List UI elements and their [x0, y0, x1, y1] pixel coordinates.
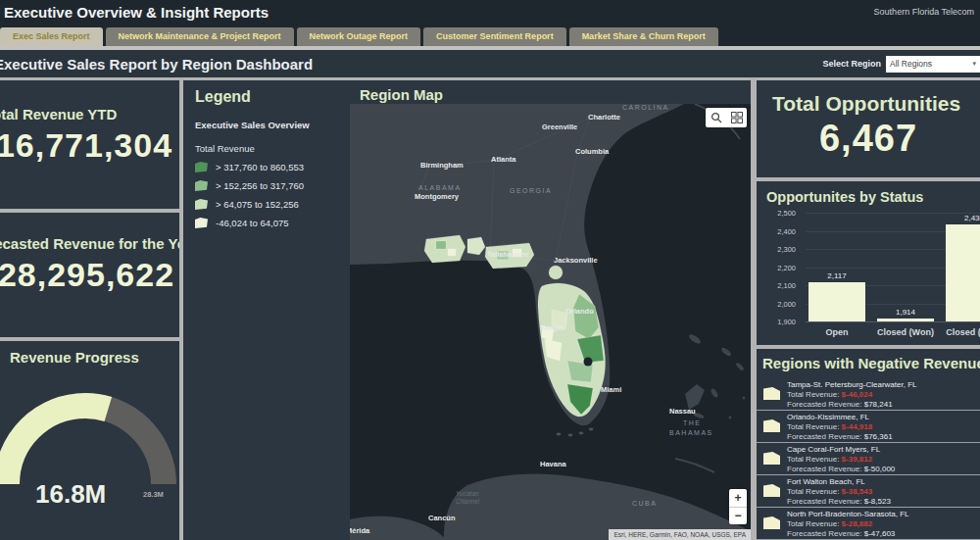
- total-revenue-line: Total Revenue: $-44,918: [787, 422, 980, 432]
- negative-revenue-text: North Port-Bradenton-Sarasota, FLTotal R…: [787, 508, 980, 539]
- search-icon[interactable]: [710, 112, 722, 123]
- bar-closed-won-[interactable]: [877, 319, 934, 321]
- legend-item: > 317,760 to 860,553: [195, 162, 358, 172]
- negative-revenue-row[interactable]: Orlando-Kissimmee, FLTotal Revenue: $-44…: [757, 411, 980, 443]
- total-opportunities-card: Total Opportunities 6,467: [757, 80, 980, 177]
- tab-bar: Exec Sales ReportNetwork Maintenance & P…: [0, 24, 980, 46]
- zoom-out-button[interactable]: −: [729, 508, 747, 525]
- total-revenue-ytd-card: Total Revenue YTD $16,771,304: [0, 80, 179, 209]
- opportunities-by-status-card: Opportunites by Status 2,5002,4002,3002,…: [757, 181, 980, 345]
- total-revenue-negative-value: $-46,024: [842, 390, 873, 399]
- forecasted-revenue-value: $-50,000: [864, 465, 896, 473]
- negative-revenue-text: Cape Coral-Fort Myers, FLTotal Revenue: …: [787, 443, 980, 474]
- legend-title: Legend: [195, 88, 358, 106]
- chevron-down-icon: ▾: [972, 60, 976, 68]
- region-map-panel: Region Map: [350, 80, 751, 540]
- map-label-city: Columbia: [575, 147, 610, 156]
- region-select-group: Select Region All Regions ▾: [822, 56, 980, 73]
- legend-items: > 317,760 to 860,553> 152,256 to 317,760…: [195, 162, 358, 228]
- forecasted-revenue-card: Forecasted Revenue for the Year $28,295,…: [0, 213, 179, 337]
- region-name: Orlando-Kissimmee, FL: [787, 413, 980, 422]
- region-shape-icon: [763, 419, 780, 432]
- map-label-city: Mérida: [350, 526, 370, 535]
- region-name: Cape Coral-Fort Myers, FL: [787, 445, 980, 455]
- negative-revenue-title: Regions with Negative Revenue: [757, 349, 980, 371]
- negative-revenue-text: Fort Walton Beach, FLTotal Revenue: $-38…: [787, 475, 980, 507]
- map-label-state: GEORGIA: [510, 187, 552, 194]
- bar-value-label: 2,436: [950, 214, 980, 222]
- y-axis-tick: 2,400: [764, 227, 796, 236]
- legend-subtitle: Executive Sales Overview: [195, 120, 358, 130]
- tab-exec-sales-report[interactable]: Exec Sales Report: [0, 27, 103, 46]
- app-title: Executive Overview & Insight Reports: [0, 4, 269, 21]
- tab-network-maintenance-project-report[interactable]: Network Maintenance & Project Report: [106, 27, 294, 46]
- legend-panel: Legend Executive Sales Overview Total Re…: [183, 80, 358, 540]
- y-axis-tick: 2,300: [764, 245, 796, 254]
- map-body: CAROLINACharlotteGreenvilleColumbiaAtlan…: [350, 104, 751, 540]
- x-axis-category-label: Open: [798, 327, 876, 337]
- region-shape-icon: [763, 452, 780, 465]
- revenue-progress-gauge: [0, 341, 179, 540]
- map-label-city: Birmingham: [420, 161, 464, 170]
- map-label-state: CAROLINA: [622, 104, 669, 111]
- map-label-water: Yucatan: [456, 490, 479, 497]
- bar-open[interactable]: [808, 282, 865, 321]
- forecasted-revenue-line: Forecasted Revenue: $-8,523: [787, 497, 980, 507]
- lake-okeechobee: [584, 358, 593, 367]
- x-axis-category-label: Closed (Lost): [935, 327, 980, 337]
- tab-network-outage-report[interactable]: Network Outage Report: [297, 27, 421, 46]
- map-label-city: Orlando: [565, 307, 594, 316]
- legend-swatch-icon: [195, 162, 208, 172]
- map-attribution-text: Esri, HERE, Garmin, FAO, NOAA, USGS, EPA: [613, 531, 746, 538]
- region-dropdown-value: All Regions: [890, 59, 932, 69]
- total-revenue-negative-value: $-44,918: [842, 422, 873, 431]
- negative-revenue-row[interactable]: Tampa-St. Petersburg-Clearwater, FLTotal…: [757, 378, 980, 411]
- y-axis-tick: 2,100: [764, 281, 796, 290]
- bar-closed-lost-[interactable]: [946, 224, 980, 321]
- map-label-city: Cancún: [428, 514, 456, 522]
- dashboard-header: Executive Sales Report by Region Dashboa…: [0, 50, 980, 77]
- total-revenue-line: Total Revenue: $-28,882: [787, 519, 980, 529]
- forecasted-revenue-value: $-8,523: [864, 497, 891, 506]
- basemap-grid-icon[interactable]: [731, 112, 743, 123]
- forecasted-revenue-title: Forecasted Revenue for the Year: [0, 235, 179, 252]
- forecasted-revenue-value: $78,241: [864, 400, 893, 409]
- map-label-state: THE: [683, 419, 702, 426]
- map-label-city: Miami: [601, 385, 621, 394]
- negative-revenue-text: Orlando-Kissimmee, FLTotal Revenue: $-44…: [787, 411, 980, 442]
- legend-item-label: > 152,256 to 317,760: [216, 180, 304, 191]
- total-revenue-ytd-value: $16,771,304: [0, 126, 179, 165]
- x-axis-category-label: Closed (Won): [866, 327, 945, 337]
- company-name: Southern Florida Telecom: [874, 7, 980, 17]
- region-shape-icon: [763, 484, 780, 497]
- gauge-max-label: 28.3M: [143, 490, 164, 499]
- negative-revenue-row[interactable]: Cape Coral-Fort Myers, FLTotal Revenue: …: [757, 443, 980, 475]
- dashboard-app: Executive Overview & Insight Reports Sou…: [0, 0, 980, 540]
- forecasted-revenue-line: Forecasted Revenue: $-50,000: [787, 465, 980, 474]
- negative-revenue-list: Tampa-St. Petersburg-Clearwater, FLTotal…: [757, 378, 980, 540]
- zoom-in-button[interactable]: +: [729, 489, 747, 508]
- region-dropdown[interactable]: All Regions ▾: [886, 56, 980, 73]
- forecasted-revenue-value: $76,361: [864, 432, 893, 441]
- legend-swatch-icon: [195, 218, 208, 228]
- forecasted-revenue-line: Forecasted Revenue: $-47,603: [787, 529, 980, 539]
- legend-item: > 64,075 to 152,256: [195, 199, 358, 210]
- negative-revenue-row[interactable]: North Port-Bradenton-Sarasota, FLTotal R…: [757, 508, 980, 540]
- total-opportunities-value: 6,467: [757, 118, 980, 160]
- total-revenue-line: Total Revenue: $-39,812: [787, 455, 980, 465]
- forecasted-revenue-line: Forecasted Revenue: $78,241: [787, 400, 980, 410]
- map-label-city: Charlotte: [588, 113, 620, 122]
- map-label-city: Montgomery: [415, 192, 460, 201]
- negative-revenue-row[interactable]: Fort Walton Beach, FLTotal Revenue: $-38…: [757, 475, 980, 508]
- tab-market-share-churn-report[interactable]: Market Share & Churn Report: [569, 27, 718, 46]
- tab-customer-sentiment-report[interactable]: Customer Sentiment Report: [423, 27, 566, 46]
- total-revenue-negative-value: $-39,812: [842, 455, 873, 464]
- negative-revenue-text: Tampa-St. Petersburg-Clearwater, FLTotal…: [787, 378, 980, 410]
- gridline: [806, 321, 980, 322]
- app-header: Executive Overview & Insight Reports Sou…: [0, 0, 980, 24]
- y-axis-tick: 2,000: [764, 300, 796, 309]
- y-axis-tick: 2,500: [764, 209, 796, 218]
- select-region-label: Select Region: [822, 59, 881, 69]
- region-map-canvas[interactable]: CAROLINACharlotteGreenvilleColumbiaAtlan…: [350, 104, 751, 540]
- map-attribution: Esri, HERE, Garmin, FAO, NOAA, USGS, EPA: [609, 529, 751, 540]
